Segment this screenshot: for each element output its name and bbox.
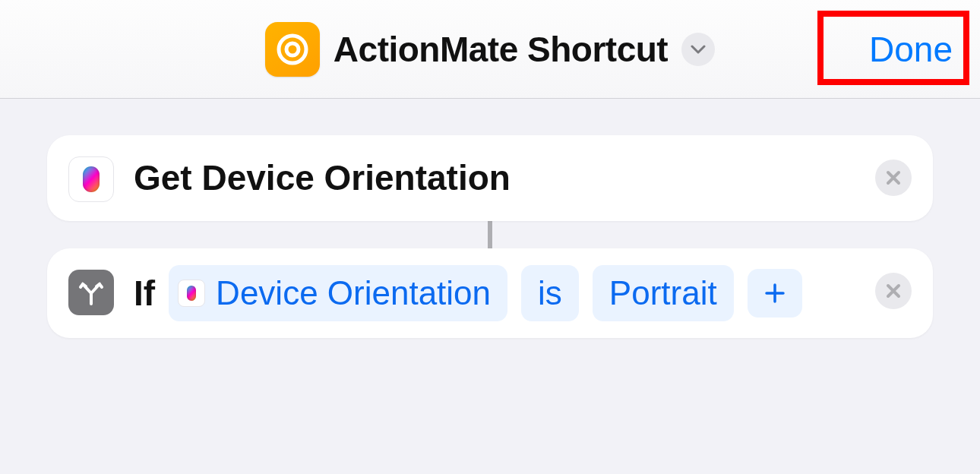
if-body: If Device Orientation is Portrait bbox=[134, 265, 912, 321]
actions-canvas: Get Device Orientation If Device Orienta… bbox=[0, 99, 980, 338]
title-menu-button[interactable] bbox=[681, 33, 715, 66]
target-icon bbox=[276, 33, 309, 66]
flow-connector bbox=[488, 221, 492, 248]
done-button[interactable]: Done bbox=[869, 29, 953, 70]
branch-icon bbox=[77, 278, 106, 307]
remove-action-button[interactable] bbox=[875, 160, 912, 196]
variable-token[interactable]: Device Orientation bbox=[169, 265, 507, 321]
title-group[interactable]: ActionMate Shortcut bbox=[265, 22, 715, 77]
action-title: Get Device Orientation bbox=[134, 152, 511, 204]
action-card-if[interactable]: If Device Orientation is Portrait bbox=[47, 248, 933, 338]
add-condition-button[interactable] bbox=[748, 269, 802, 318]
close-icon bbox=[885, 169, 902, 186]
actions-app-icon bbox=[178, 280, 205, 307]
close-icon bbox=[885, 283, 902, 299]
action-card-get-orientation[interactable]: Get Device Orientation bbox=[47, 135, 933, 221]
chevron-down-icon bbox=[691, 45, 706, 54]
value-token[interactable]: Portrait bbox=[593, 265, 734, 321]
if-keyword: If bbox=[134, 267, 155, 320]
svg-point-0 bbox=[279, 36, 306, 63]
control-flow-icon bbox=[68, 270, 114, 315]
svg-point-1 bbox=[286, 43, 299, 55]
shortcut-title: ActionMate Shortcut bbox=[334, 29, 668, 70]
condition-token[interactable]: is bbox=[521, 265, 579, 321]
pill-icon bbox=[83, 166, 100, 192]
plus-icon bbox=[763, 282, 786, 305]
remove-action-button[interactable] bbox=[875, 273, 912, 309]
variable-label: Device Orientation bbox=[216, 268, 491, 318]
shortcut-app-icon bbox=[265, 22, 320, 77]
actions-app-icon bbox=[68, 156, 114, 202]
editor-header: ActionMate Shortcut Done bbox=[0, 0, 980, 99]
pill-icon bbox=[187, 286, 196, 301]
